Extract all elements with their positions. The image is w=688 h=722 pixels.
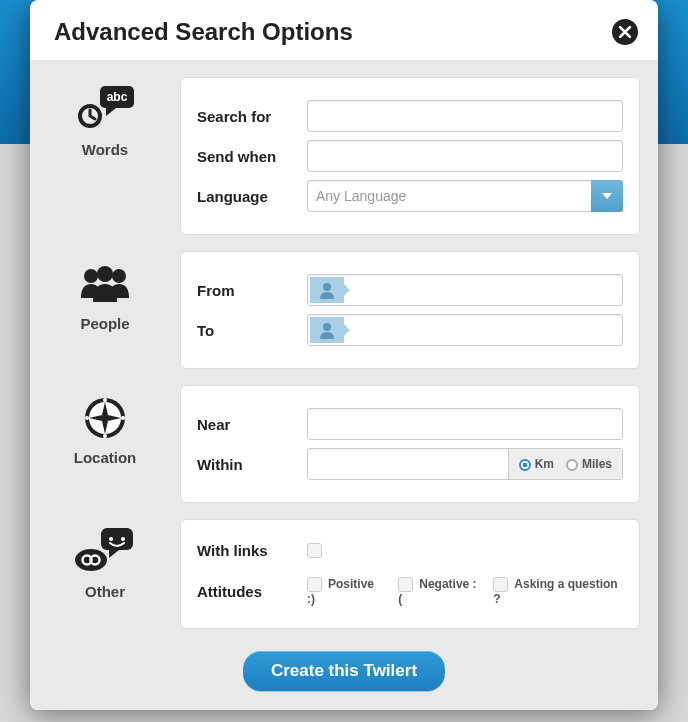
advanced-search-modal: Advanced Search Options abc Words: [30, 0, 658, 710]
modal-body: abc Words Search for Send when Lang: [30, 61, 658, 710]
language-select[interactable]: Any Language: [307, 180, 623, 212]
close-icon: [619, 26, 631, 38]
unit-miles-radio[interactable]: Miles: [566, 457, 612, 471]
words-card: Search for Send when Language Any Langua…: [180, 77, 640, 235]
with-links-checkbox[interactable]: [307, 543, 322, 558]
unit-km-radio[interactable]: Km: [519, 457, 554, 471]
svg-point-3: [84, 269, 98, 283]
svg-point-17: [121, 537, 125, 541]
to-input[interactable]: [307, 314, 623, 346]
within-units: Km Miles: [508, 449, 622, 479]
from-input[interactable]: [307, 274, 623, 306]
attitude-positive-checkbox[interactable]: Positive :): [307, 577, 382, 606]
svg-text:abc: abc: [107, 90, 128, 104]
send-when-label: Send when: [197, 148, 307, 165]
attitudes-group: Positive :) Negative :( Asking a questio…: [307, 577, 623, 606]
svg-point-6: [323, 283, 331, 291]
compass-icon: [75, 393, 135, 443]
svg-point-11: [103, 398, 107, 402]
within-input[interactable]: Km Miles: [307, 448, 623, 480]
other-card: With links Attitudes Positive :) Negativ…: [180, 519, 640, 629]
svg-point-13: [85, 416, 89, 420]
svg-point-4: [112, 269, 126, 283]
close-button[interactable]: [612, 19, 638, 45]
attitudes-label: Attitudes: [197, 583, 307, 600]
section-people-side: People: [30, 251, 180, 332]
near-input[interactable]: [307, 408, 623, 440]
to-label: To: [197, 322, 307, 339]
chevron-down-icon: [591, 180, 623, 212]
modal-title: Advanced Search Options: [54, 18, 353, 46]
within-label: Within: [197, 456, 307, 473]
section-other-label: Other: [85, 583, 125, 600]
section-other-side: Other: [30, 519, 180, 600]
svg-point-16: [109, 537, 113, 541]
svg-point-14: [121, 416, 125, 420]
section-words-side: abc Words: [30, 77, 180, 158]
section-location-label: Location: [74, 449, 137, 466]
other-icon: [75, 527, 135, 577]
search-for-label: Search for: [197, 108, 307, 125]
svg-point-7: [323, 323, 331, 331]
people-card: From To: [180, 251, 640, 369]
avatar-icon: [310, 277, 344, 303]
svg-point-5: [97, 266, 113, 282]
attitude-question-checkbox[interactable]: Asking a question ?: [493, 577, 623, 606]
section-words: abc Words Search for Send when Lang: [30, 77, 658, 235]
with-links-label: With links: [197, 542, 307, 559]
from-label: From: [197, 282, 307, 299]
section-people: People From To: [30, 251, 658, 369]
people-icon: [75, 259, 135, 309]
section-other: Other With links Attitudes Positive :) N…: [30, 519, 658, 629]
modal-header: Advanced Search Options: [30, 0, 658, 61]
near-label: Near: [197, 416, 307, 433]
language-select-value: Any Language: [307, 180, 623, 212]
create-twilert-button[interactable]: Create this Twilert: [243, 651, 445, 691]
send-when-input[interactable]: [307, 140, 623, 172]
attitude-negative-checkbox[interactable]: Negative :(: [398, 577, 477, 606]
words-icon: abc: [75, 85, 135, 135]
section-location: Location Near Within Km Miles: [30, 385, 658, 503]
search-for-input[interactable]: [307, 100, 623, 132]
language-label: Language: [197, 188, 307, 205]
section-words-label: Words: [82, 141, 128, 158]
location-card: Near Within Km Miles: [180, 385, 640, 503]
svg-point-12: [103, 434, 107, 438]
section-location-side: Location: [30, 385, 180, 466]
section-people-label: People: [80, 315, 129, 332]
avatar-icon: [310, 317, 344, 343]
